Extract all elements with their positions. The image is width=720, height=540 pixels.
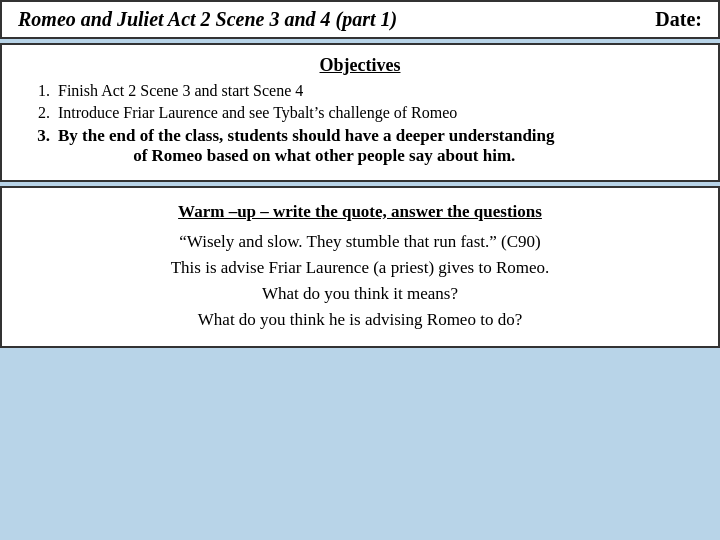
objectives-title: Objectives: [22, 55, 698, 76]
objective-item-3: 3. By the end of the class, students sho…: [22, 126, 698, 166]
page-container: Romeo and Juliet Act 2 Scene 3 and 4 (pa…: [0, 0, 720, 540]
objectives-list: 1. Finish Act 2 Scene 3 and start Scene …: [22, 82, 698, 122]
header-date: Date:: [655, 8, 702, 31]
warmup-title: Warm –up – write the quote, answer the q…: [32, 202, 688, 222]
obj1-num: 1.: [22, 82, 58, 100]
warmup-section: Warm –up – write the quote, answer the q…: [0, 186, 720, 348]
obj2-text: Introduce Friar Laurence and see Tybalt’…: [58, 104, 457, 122]
warmup-advise: This is advise Friar Laurence (a priest)…: [32, 258, 688, 278]
header-title: Romeo and Juliet Act 2 Scene 3 and 4 (pa…: [18, 8, 397, 31]
warmup-content: “Wisely and slow. They stumble that run …: [32, 232, 688, 330]
obj3-num: 3.: [22, 126, 58, 166]
obj2-num: 2.: [22, 104, 58, 122]
bottom-area: [0, 348, 720, 540]
obj1-text: Finish Act 2 Scene 3 and start Scene 4: [58, 82, 303, 100]
objective-item-2: 2. Introduce Friar Laurence and see Tyba…: [22, 104, 698, 122]
warmup-question1: What do you think it means?: [32, 284, 688, 304]
warmup-quote: “Wisely and slow. They stumble that run …: [32, 232, 688, 252]
objectives-section: Objectives 1. Finish Act 2 Scene 3 and s…: [0, 43, 720, 182]
warmup-question2: What do you think he is advising Romeo t…: [32, 310, 688, 330]
header-section: Romeo and Juliet Act 2 Scene 3 and 4 (pa…: [0, 0, 720, 39]
obj3-line1: By the end of the class, students should…: [58, 126, 555, 146]
obj3-line2: of Romeo based on what other people say …: [58, 146, 555, 166]
obj3-wrap: By the end of the class, students should…: [58, 126, 555, 166]
objective-item-1: 1. Finish Act 2 Scene 3 and start Scene …: [22, 82, 698, 100]
